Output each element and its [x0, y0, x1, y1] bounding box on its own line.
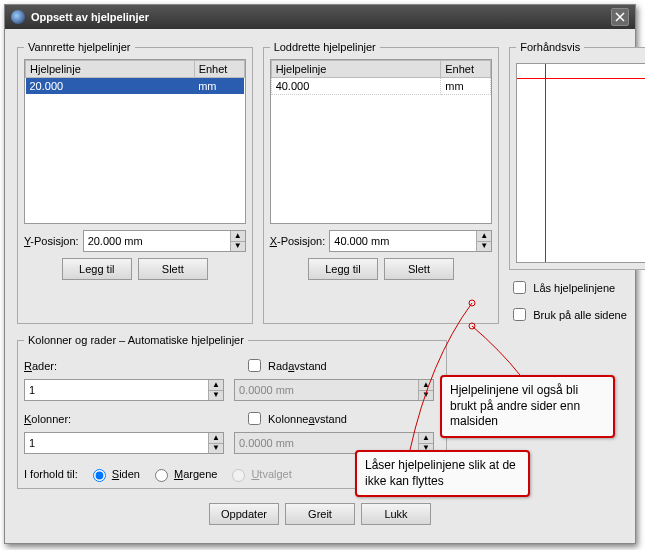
table-row[interactable]: 40.000 mm — [271, 78, 491, 95]
dialog-content: Vannrette hjelpelinjer Hjelpelinje Enhet… — [5, 29, 635, 537]
refer-label: I forhold til: — [24, 468, 78, 480]
vertical-guides-group: Loddrette hjelpelinjer Hjelpelinje Enhet… — [263, 41, 500, 324]
spinner-up[interactable]: ▲ — [209, 380, 223, 391]
spinner-down[interactable]: ▼ — [477, 242, 491, 252]
refer-page-radio[interactable]: Siden — [88, 466, 140, 482]
row-gap-label: Radavstand — [268, 360, 327, 372]
horizontal-guides-group: Vannrette hjelpelinjer Hjelpelinje Enhet… — [17, 41, 253, 324]
callout-apply-all: Hjelpelinjene vil også bli brukt på andr… — [440, 375, 615, 438]
v-row-unit: mm — [441, 78, 491, 95]
apply-all-checkbox[interactable]: Bruk på alle sidene — [509, 305, 645, 324]
cols-input[interactable] — [25, 433, 208, 453]
y-position-input[interactable] — [84, 231, 230, 251]
x-position-input[interactable] — [330, 231, 476, 251]
refer-selection-radio: Utvalget — [227, 466, 291, 482]
h-delete-button[interactable]: Slett — [138, 258, 208, 280]
lock-guides-checkbox[interactable]: Lås hjelpelinjene — [509, 278, 645, 297]
preview-legend: Forhåndsvis — [516, 41, 584, 53]
table-row[interactable]: 20.000 mm — [26, 78, 245, 95]
apply-all-input[interactable] — [513, 308, 526, 321]
preview-group: Forhåndsvis — [509, 41, 645, 270]
x-position-label: X-Posisjon: — [270, 235, 326, 247]
v-col-unit[interactable]: Enhet — [441, 61, 491, 78]
callout-lock: Låser hjelpelinjene slik at de ikke kan … — [355, 450, 530, 497]
h-col-unit[interactable]: Enhet — [194, 61, 244, 78]
row-gap-value-input — [235, 380, 418, 400]
v-delete-button[interactable]: Slett — [384, 258, 454, 280]
cols-label: Kolonner: — [24, 413, 104, 425]
spinner-down: ▼ — [419, 391, 433, 401]
app-icon — [11, 10, 25, 24]
rows-input[interactable] — [25, 380, 208, 400]
y-position-label: Y-Posisjon: — [24, 235, 79, 247]
x-position-spinner[interactable]: ▲▼ — [329, 230, 492, 252]
vertical-table[interactable]: Hjelpelinje Enhet 40.000 mm — [270, 59, 493, 224]
titlebar[interactable]: Oppsett av hjelpelinjer — [5, 5, 635, 29]
spinner-up: ▲ — [419, 433, 433, 444]
update-button[interactable]: Oppdater — [209, 503, 279, 525]
h-row-value: 20.000 — [26, 78, 195, 95]
apply-all-label: Bruk på alle sidene — [533, 309, 627, 321]
col-gap-input[interactable] — [248, 412, 261, 425]
close-icon — [615, 12, 625, 22]
h-col-guide[interactable]: Hjelpelinje — [26, 61, 195, 78]
col-gap-label: Kolonneavstand — [268, 413, 347, 425]
v-col-guide[interactable]: Hjelpelinje — [271, 61, 441, 78]
lock-guides-input[interactable] — [513, 281, 526, 294]
spinner-up[interactable]: ▲ — [209, 433, 223, 444]
horizontal-table[interactable]: Hjelpelinje Enhet 20.000 mm — [24, 59, 246, 224]
vertical-legend: Loddrette hjelpelinjer — [270, 41, 380, 53]
preview-hguide — [517, 78, 645, 79]
spinner-up: ▲ — [419, 380, 433, 391]
horizontal-legend: Vannrette hjelpelinjer — [24, 41, 135, 53]
v-row-value: 40.000 — [271, 78, 441, 95]
refer-margins-radio[interactable]: Margene — [150, 466, 217, 482]
row-gap-checkbox[interactable]: Radavstand — [244, 356, 327, 375]
preview-canvas — [516, 63, 645, 263]
h-add-button[interactable]: Legg til — [62, 258, 132, 280]
close-button-bottom[interactable]: Lukk — [361, 503, 431, 525]
auto-legend: Kolonner og rader – Automatiske hjelpeli… — [24, 334, 248, 346]
ok-button[interactable]: Greit — [285, 503, 355, 525]
spinner-up[interactable]: ▲ — [477, 231, 491, 242]
row-gap-input[interactable] — [248, 359, 261, 372]
window-title: Oppsett av hjelpelinjer — [31, 11, 611, 23]
rows-spinner[interactable]: ▲▼ — [24, 379, 224, 401]
preview-vguide — [545, 64, 546, 262]
rows-label: Rader: — [24, 360, 104, 372]
close-button[interactable] — [611, 8, 629, 26]
spinner-down[interactable]: ▼ — [231, 242, 245, 252]
y-position-spinner[interactable]: ▲▼ — [83, 230, 246, 252]
row-gap-spinner: ▲▼ — [234, 379, 434, 401]
spinner-up[interactable]: ▲ — [231, 231, 245, 242]
h-row-unit: mm — [194, 78, 244, 95]
spinner-down[interactable]: ▼ — [209, 391, 223, 401]
lock-guides-label: Lås hjelpelinjene — [533, 282, 615, 294]
cols-spinner[interactable]: ▲▼ — [24, 432, 224, 454]
v-add-button[interactable]: Legg til — [308, 258, 378, 280]
dialog-window: Oppsett av hjelpelinjer Vannrette hjelpe… — [4, 4, 636, 544]
col-gap-checkbox[interactable]: Kolonneavstand — [244, 409, 347, 428]
spinner-down[interactable]: ▼ — [209, 444, 223, 454]
